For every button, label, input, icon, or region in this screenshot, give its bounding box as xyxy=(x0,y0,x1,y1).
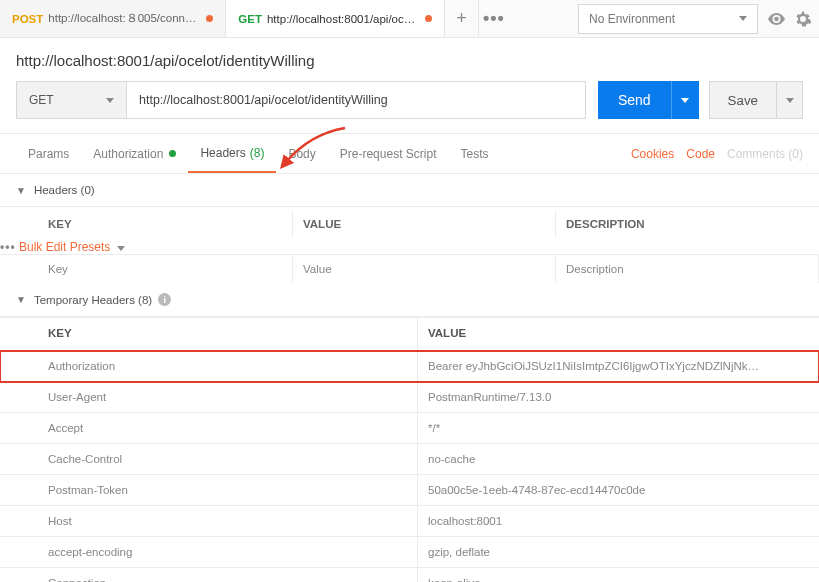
tab-authorization-label: Authorization xyxy=(93,147,163,161)
temp-headers-count: (8) xyxy=(138,294,152,306)
tab-tests[interactable]: Tests xyxy=(448,134,500,173)
chevron-down-icon xyxy=(106,98,114,103)
top-tab-bar: POST http://localhost:８005/connect/t GET… xyxy=(0,0,819,38)
temp-headers-toggle[interactable]: ▼ Temporary Headers (8) i xyxy=(0,283,819,316)
save-button-caret[interactable] xyxy=(777,81,803,119)
headers-count: (8) xyxy=(250,146,265,160)
key-input[interactable]: Key xyxy=(38,255,293,283)
col-key: KEY xyxy=(38,210,293,238)
header-value: 50a00c5e-1eeb-4748-87ec-ecd14470c0de xyxy=(418,475,819,506)
save-button[interactable]: Save xyxy=(709,81,777,119)
svg-marker-2 xyxy=(681,98,689,103)
request-tab-0[interactable]: POST http://localhost:８005/connect/t xyxy=(0,0,226,37)
header-key: Cache-Control xyxy=(38,444,418,475)
caret-down-icon: ▼ xyxy=(16,185,26,196)
unsaved-dot-icon xyxy=(206,15,213,22)
headers-table-head: KEY VALUE DESCRIPTION xyxy=(0,206,819,240)
header-key: User-Agent xyxy=(38,382,418,413)
comments-link[interactable]: Comments (0) xyxy=(727,147,803,161)
value-input[interactable]: Value xyxy=(293,255,556,283)
environment-label: No Environment xyxy=(589,12,675,26)
svg-marker-0 xyxy=(739,16,747,21)
header-value: keep-alive xyxy=(418,568,819,582)
bulk-edit-link[interactable]: Bulk Edit xyxy=(19,240,66,254)
header-value: gzip, deflate xyxy=(418,537,819,568)
url-input[interactable] xyxy=(126,81,586,119)
request-bar: GET Send Save xyxy=(0,81,819,134)
table-row: Cache-Controlno-cache xyxy=(0,444,819,475)
table-row: Connectionkeep-alive xyxy=(0,568,819,582)
svg-marker-1 xyxy=(106,98,114,103)
info-icon[interactable]: i xyxy=(158,293,171,306)
tab-method: POST xyxy=(12,13,43,25)
tab-url: http://localhost:8001/api/ocelot… xyxy=(267,13,417,25)
temp-headers-table: KEY VALUE AuthorizationBearer eyJhbGciOi… xyxy=(0,316,819,582)
cookies-link[interactable]: Cookies xyxy=(631,147,674,161)
request-title: http://localhost:8001/api/ocelot/identit… xyxy=(0,38,819,81)
table-row: Accept*/* xyxy=(0,413,819,444)
chevron-down-icon xyxy=(786,98,794,103)
tab-pre-request-script[interactable]: Pre-request Script xyxy=(328,134,449,173)
chevron-down-icon xyxy=(117,246,125,251)
tab-headers-label: Headers xyxy=(200,146,245,160)
header-value: */* xyxy=(418,413,819,444)
request-tabs: Params Authorization Headers (8) Body Pr… xyxy=(0,134,819,174)
desc-input[interactable]: Description xyxy=(556,255,819,283)
header-value: Bearer eyJhbGciOiJSUzI1NiIsImtpZCI6IjgwO… xyxy=(418,351,819,382)
headers-new-row[interactable]: Key Value Description xyxy=(0,254,819,283)
caret-down-icon: ▼ xyxy=(16,294,26,305)
header-key: Postman-Token xyxy=(38,475,418,506)
code-link[interactable]: Code xyxy=(686,147,715,161)
send-button[interactable]: Send xyxy=(598,81,671,119)
headers-section-toggle[interactable]: ▼ Headers (0) xyxy=(0,174,819,206)
new-tab-button[interactable]: + xyxy=(445,0,479,37)
chevron-down-icon xyxy=(739,16,747,21)
header-key: Authorization xyxy=(38,351,418,382)
method-select[interactable]: GET xyxy=(16,81,126,119)
temp-col-key: KEY xyxy=(38,318,418,351)
settings-gear-icon[interactable] xyxy=(795,11,811,27)
tab-url: http://localhost:８005/connect/t xyxy=(48,11,198,26)
tab-authorization[interactable]: Authorization xyxy=(81,134,188,173)
header-value: PostmanRuntime/7.13.0 xyxy=(418,382,819,413)
temp-headers-head: KEY VALUE xyxy=(0,317,819,351)
svg-marker-3 xyxy=(786,98,794,103)
method-label: GET xyxy=(29,93,54,107)
tab-method: GET xyxy=(238,13,262,25)
header-key: Connection xyxy=(38,568,418,582)
environment-preview-icon[interactable] xyxy=(768,13,785,25)
presets-label: Presets xyxy=(70,240,111,254)
tab-body[interactable]: Body xyxy=(276,134,327,173)
request-tab-1[interactable]: GET http://localhost:8001/api/ocelot… xyxy=(226,0,445,37)
more-icon[interactable]: ••• xyxy=(0,240,16,254)
col-value: VALUE xyxy=(293,210,556,238)
table-row: Hostlocalhost:8001 xyxy=(0,506,819,537)
table-row: AuthorizationBearer eyJhbGciOiJSUzI1NiIs… xyxy=(0,351,819,382)
header-key: Accept xyxy=(38,413,418,444)
table-row: User-AgentPostmanRuntime/7.13.0 xyxy=(0,382,819,413)
headers-count-small: (0) xyxy=(81,184,95,196)
table-row: Postman-Token50a00c5e-1eeb-4748-87ec-ecd… xyxy=(0,475,819,506)
unsaved-dot-icon xyxy=(425,15,432,22)
headers-label: Headers xyxy=(34,184,77,196)
svg-marker-4 xyxy=(117,246,125,251)
header-value: localhost:8001 xyxy=(418,506,819,537)
send-button-caret[interactable] xyxy=(671,81,699,119)
temp-col-value: VALUE xyxy=(418,318,819,351)
header-key: accept-encoding xyxy=(38,537,418,568)
active-dot-icon xyxy=(169,150,176,157)
header-key: Host xyxy=(38,506,418,537)
tab-headers[interactable]: Headers (8) xyxy=(188,134,276,173)
tab-params[interactable]: Params xyxy=(16,134,81,173)
col-desc: DESCRIPTION xyxy=(556,210,819,238)
header-value: no-cache xyxy=(418,444,819,475)
chevron-down-icon xyxy=(681,98,689,103)
presets-link[interactable]: Presets xyxy=(70,240,125,254)
temp-headers-label: Temporary Headers xyxy=(34,294,135,306)
table-row: accept-encodinggzip, deflate xyxy=(0,537,819,568)
tab-overflow-button[interactable]: ••• xyxy=(479,0,509,37)
environment-select[interactable]: No Environment xyxy=(578,4,758,34)
